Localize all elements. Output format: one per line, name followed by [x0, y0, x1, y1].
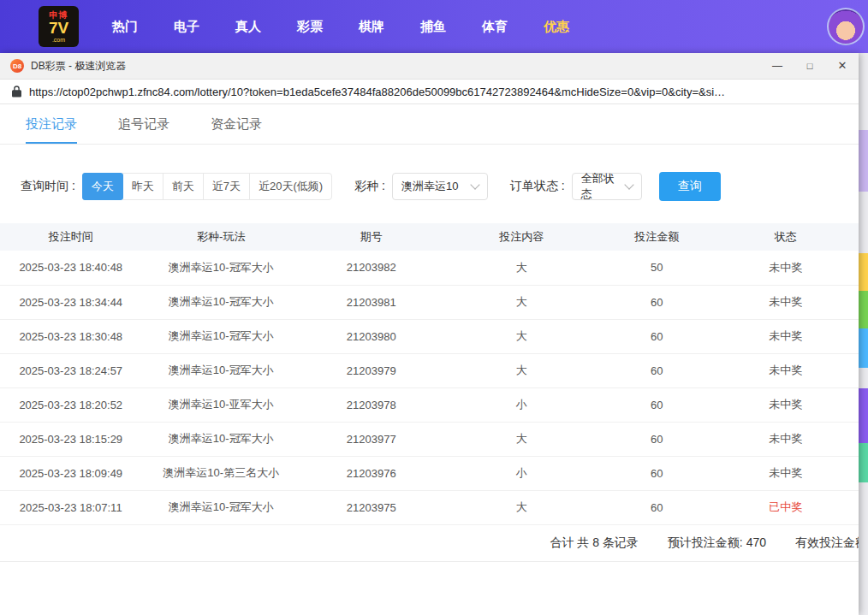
table-cell: 大: [443, 490, 602, 524]
table-cell: 21203980: [300, 319, 442, 353]
close-button[interactable]: ✕: [826, 53, 859, 79]
site-header: 申博 7V .com 热门电子真人彩票棋牌捕鱼体育优惠: [0, 0, 868, 53]
nav-item-5[interactable]: 捕鱼: [402, 0, 464, 53]
nav-item-4[interactable]: 棋牌: [341, 0, 402, 53]
status-cell: 未中奖: [712, 422, 859, 456]
table-cell: 澳洲幸运10-冠军大小: [141, 285, 300, 319]
nav-item-3[interactable]: 彩票: [279, 0, 341, 53]
status-cell: 未中奖: [712, 353, 859, 387]
table-row: 2025-03-23 18:40:48澳洲幸运10-冠军大小21203982大5…: [0, 251, 859, 285]
table-cell: 60: [601, 285, 712, 319]
table-cell: 21203981: [300, 285, 442, 319]
status-cell: 已中奖: [712, 490, 859, 524]
time-option-1[interactable]: 昨天: [122, 173, 163, 200]
column-header: 投注内容: [443, 223, 602, 251]
status-cell: 未中奖: [712, 285, 859, 319]
table-cell: 60: [601, 422, 712, 456]
table-cell: 大: [443, 353, 602, 387]
filter-bar: 查询时间 : 今天昨天前天近7天近20天(低频) 彩种 : 澳洲幸运10 订单状…: [0, 172, 859, 201]
nav-item-6[interactable]: 体育: [464, 0, 526, 53]
bet-records-table: 投注时间彩种-玩法期号投注内容投注金额状态 2025-03-23 18:40:4…: [0, 223, 859, 525]
table-cell: 澳洲幸运10-冠军大小: [141, 353, 300, 387]
main-nav: 热门电子真人彩票棋牌捕鱼体育优惠: [94, 0, 587, 53]
lottery-filter-label: 彩种 :: [354, 179, 385, 194]
nav-item-7[interactable]: 优惠: [526, 0, 587, 53]
lottery-select[interactable]: 澳洲幸运10: [392, 173, 488, 200]
background-color-block: [859, 388, 868, 443]
table-row: 2025-03-23 18:34:44澳洲幸运10-冠军大小21203981大6…: [0, 285, 859, 319]
nav-item-0[interactable]: 热门: [94, 0, 156, 53]
footer-valid-amount: 有效投注金额: [795, 535, 859, 551]
table-cell: 澳洲幸运10-冠军大小: [141, 251, 300, 285]
lottery-select-value: 澳洲幸运10: [401, 179, 458, 194]
maximize-button[interactable]: □: [794, 53, 826, 79]
table-cell: 2025-03-23 18:34:44: [0, 285, 141, 319]
table-cell: 大: [443, 251, 602, 285]
table-cell: 21203979: [300, 353, 442, 387]
column-header: 投注金额: [601, 223, 712, 251]
table-cell: 50: [601, 251, 712, 285]
column-header: 彩种-玩法: [141, 223, 300, 251]
user-avatar[interactable]: [827, 8, 865, 45]
logo-text-main: 7V: [49, 20, 68, 37]
nav-item-2[interactable]: 真人: [217, 0, 279, 53]
table-row: 2025-03-23 18:09:49澳洲幸运10-第三名大小21203976小…: [0, 456, 859, 490]
table-cell: 21203975: [300, 490, 442, 524]
search-button[interactable]: 查询: [659, 172, 721, 201]
time-option-0[interactable]: 今天: [82, 173, 123, 200]
time-option-2[interactable]: 前天: [163, 173, 204, 200]
time-option-group: 今天昨天前天近7天近20天(低频): [82, 173, 332, 200]
column-header: 期号: [300, 223, 442, 251]
record-tabs: 投注记录追号记录资金记录: [0, 104, 859, 145]
window-titlebar: D8 DB彩票 - 极速浏览器 — □ ✕: [0, 53, 859, 80]
table-cell: 大: [443, 319, 602, 353]
table-cell: 21203978: [300, 387, 442, 422]
site-logo[interactable]: 申博 7V .com: [39, 6, 79, 47]
nav-item-1[interactable]: 电子: [156, 0, 217, 53]
table-cell: 小: [443, 456, 602, 490]
column-header: 投注时间: [0, 223, 141, 251]
table-row: 2025-03-23 18:20:52澳洲幸运10-亚军大小21203978小6…: [0, 387, 859, 422]
table-cell: 2025-03-23 18:07:11: [0, 490, 141, 524]
table-cell: 澳洲幸运10-冠军大小: [141, 422, 300, 456]
minimize-button[interactable]: —: [761, 53, 794, 79]
status-cell: 未中奖: [712, 456, 859, 490]
status-cell: 未中奖: [712, 387, 859, 422]
status-cell: 未中奖: [712, 251, 859, 285]
table-cell: 21203976: [300, 456, 442, 490]
table-cell: 2025-03-23 18:20:52: [0, 387, 141, 422]
table-cell: 21203982: [300, 251, 442, 285]
logo-text-sub: .com: [52, 37, 65, 43]
tab-0[interactable]: 投注记录: [26, 104, 77, 144]
table-header-row: 投注时间彩种-玩法期号投注内容投注金额状态: [0, 223, 859, 251]
table-row: 2025-03-23 18:30:48澳洲幸运10-冠军大小21203980大6…: [0, 319, 859, 353]
table-cell: 2025-03-23 18:24:57: [0, 353, 141, 387]
table-cell: 澳洲幸运10-第三名大小: [141, 456, 300, 490]
table-cell: 澳洲幸运10-冠军大小: [141, 319, 300, 353]
status-select[interactable]: 全部状态: [572, 173, 642, 200]
time-option-3[interactable]: 近7天: [203, 173, 250, 200]
table-cell: 60: [601, 456, 712, 490]
table-cell: 大: [443, 285, 602, 319]
table-cell: 60: [601, 353, 712, 387]
chevron-down-icon: [624, 180, 633, 189]
tab-1[interactable]: 追号记录: [118, 104, 169, 144]
background-page-strip: [859, 53, 868, 615]
table-cell: 小: [443, 387, 602, 422]
table-cell: 60: [601, 387, 712, 422]
url-text[interactable]: https://ctop02pchwp1.zfnc84.com/lottery/…: [29, 86, 851, 98]
background-color-block: [859, 328, 868, 368]
status-cell: 未中奖: [712, 319, 859, 353]
table-cell: 澳洲幸运10-冠军大小: [141, 490, 300, 524]
totals-bar: 合计 共 8 条记录 预计投注金额: 470 有效投注金额: [0, 525, 859, 562]
background-color-block: [859, 130, 868, 192]
browser-window: D8 DB彩票 - 极速浏览器 — □ ✕ https://ctop02pchw…: [0, 53, 859, 615]
table-cell: 2025-03-23 18:15:29: [0, 422, 141, 456]
time-option-4[interactable]: 近20天(低频): [249, 173, 332, 200]
tab-2[interactable]: 资金记录: [211, 104, 262, 144]
address-bar[interactable]: https://ctop02pchwp1.zfnc84.com/lottery/…: [0, 80, 859, 104]
footer-expected-amount: 预计投注金额: 470: [668, 535, 766, 551]
column-header: 状态: [712, 223, 859, 251]
table-cell: 澳洲幸运10-亚军大小: [141, 387, 300, 422]
window-title: DB彩票 - 极速浏览器: [31, 59, 126, 74]
